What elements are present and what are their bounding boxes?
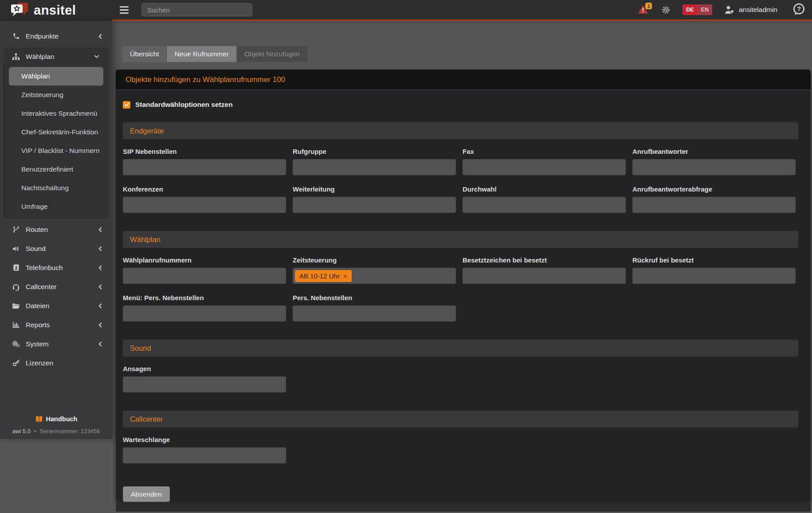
brand-logo[interactable]: ansitel bbox=[0, 0, 112, 21]
submenu-item-interaktives-sprachmenue[interactable]: Interaktives Sprachmenü bbox=[4, 104, 109, 123]
gears-icon bbox=[12, 340, 20, 348]
svg-text:?: ? bbox=[797, 5, 801, 12]
weiterleitung-input[interactable] bbox=[293, 197, 456, 213]
sitemap-icon bbox=[12, 53, 20, 61]
menue-pers-nebenstellen-input[interactable] bbox=[123, 305, 286, 321]
field-label: Durchwahl bbox=[463, 185, 626, 193]
chevron-down-icon bbox=[94, 54, 99, 59]
settings-button[interactable] bbox=[661, 5, 671, 15]
submit-button[interactable]: Absenden bbox=[123, 486, 170, 502]
sidebar-item-label: Routen bbox=[26, 226, 98, 234]
sidebar-item-endpunkte[interactable]: Endpunkte bbox=[0, 27, 112, 46]
headset-icon bbox=[12, 283, 20, 291]
version-label: awi 5.0 bbox=[12, 428, 31, 435]
tab-neue-rufnummer[interactable]: Neue Rufnummer bbox=[167, 46, 236, 62]
sidebar-item-label: Telefonbuch bbox=[26, 264, 98, 272]
address-book-icon bbox=[12, 264, 20, 272]
search-input[interactable] bbox=[141, 3, 252, 16]
ansitel-logo-icon bbox=[11, 2, 30, 18]
section-callcenter: Callcenter bbox=[123, 411, 798, 427]
serial-number: Seriennummer: 123456 bbox=[39, 428, 100, 435]
sidebar-item-label: Dateien bbox=[26, 302, 98, 310]
tab-bar: Übersicht Neue Rufnummer Objekt hinzufüg… bbox=[122, 46, 812, 62]
panel-body: Standardwähloptionen setzen Endgeräte SI… bbox=[116, 90, 811, 502]
alerts-button[interactable]: 1 bbox=[638, 4, 649, 15]
language-switch: DE EN bbox=[683, 4, 712, 15]
zeitsteuerung-select[interactable]: AB 10-12 Uhr × bbox=[293, 268, 456, 284]
chevron-left-icon bbox=[98, 227, 103, 232]
submenu-item-umfrage[interactable]: Umfrage bbox=[4, 197, 109, 216]
konferenzen-input[interactable] bbox=[123, 197, 286, 213]
lang-en-button[interactable]: EN bbox=[698, 4, 712, 15]
anrufbeantworter-input[interactable] bbox=[632, 159, 796, 175]
user-menu[interactable]: ansiteladmin bbox=[724, 5, 777, 15]
field-label: Anrufbeantworterabfrage bbox=[632, 185, 796, 193]
main-column: 1 DE EN bbox=[112, 0, 812, 513]
chevron-left-icon bbox=[98, 265, 103, 270]
sidebar-group-waehlplan: Wählplan Wählplan Zeitsteuerung Interakt… bbox=[4, 47, 109, 219]
sidebar-item-waehlplan[interactable]: Wählplan bbox=[4, 47, 109, 66]
zeitsteuerung-tag: AB 10-12 Uhr × bbox=[295, 270, 352, 282]
warteschlange-input[interactable] bbox=[123, 447, 286, 463]
besetztzeichen-input[interactable] bbox=[463, 268, 626, 284]
tab-objekt-hinzufuegen: Objekt hinzufügen bbox=[237, 46, 307, 62]
tag-remove-icon[interactable]: × bbox=[343, 272, 347, 280]
field-label: Ansagen bbox=[123, 365, 286, 372]
sidebar-item-reports[interactable]: Reports bbox=[0, 315, 112, 334]
submenu-item-zeitsteuerung[interactable]: Zeitsteuerung bbox=[4, 86, 109, 104]
field-label: Zeitsteuerung bbox=[293, 256, 456, 264]
sidebar-item-lizenzen[interactable]: Lizenzen bbox=[0, 353, 112, 372]
sidebar-item-dateien[interactable]: Dateien bbox=[0, 296, 112, 315]
topbar: 1 DE EN bbox=[112, 0, 812, 21]
submenu-item-waehlplan[interactable]: Wählplan bbox=[9, 67, 103, 86]
sidebar-item-callcenter[interactable]: Callcenter bbox=[0, 277, 112, 296]
help-button[interactable]: ? bbox=[792, 2, 806, 18]
panel-title: Objekte hinzufügen zu Wählplanrufnummer … bbox=[116, 70, 811, 90]
field-label: Fax bbox=[463, 148, 626, 155]
chevron-left-icon bbox=[98, 322, 103, 328]
default-options-row: Standardwähloptionen setzen bbox=[123, 101, 798, 109]
submenu-item-vip-blacklist[interactable]: VIP / Blacklist - Nummern bbox=[4, 141, 109, 160]
submenu-item-chef-sekretaerin[interactable]: Chef-Sekretärin-Funktion bbox=[4, 123, 109, 141]
submenu-item-benutzerdefiniert[interactable]: Benutzerdefiniert bbox=[4, 160, 109, 179]
sidebar-item-telefonbuch[interactable]: Telefonbuch bbox=[0, 258, 112, 277]
folder-open-icon bbox=[12, 302, 20, 310]
sidebar-item-sound[interactable]: Sound bbox=[0, 239, 112, 258]
sidebar-item-label: Lizenzen bbox=[26, 359, 103, 367]
sidebar-item-label: Callcenter bbox=[26, 283, 98, 291]
fax-input[interactable] bbox=[463, 159, 626, 175]
default-options-checkbox[interactable] bbox=[123, 101, 130, 109]
endgeraete-grid: SIP Nebenstellen Rufgruppe Fax Anrufbean… bbox=[123, 148, 798, 213]
waehlplan-submenu: Wählplan Zeitsteuerung Interaktives Spra… bbox=[4, 66, 109, 219]
user-shield-icon bbox=[724, 5, 735, 15]
ansagen-input[interactable] bbox=[123, 376, 286, 392]
sidebar-item-system[interactable]: System bbox=[0, 334, 112, 353]
lang-de-button[interactable]: DE bbox=[683, 4, 697, 15]
book-icon bbox=[35, 415, 43, 423]
chevron-left-icon bbox=[98, 341, 103, 347]
app-root: ansitel Endpunkte bbox=[0, 0, 812, 513]
field-label: Warteschlange bbox=[123, 436, 286, 443]
durchwahl-input[interactable] bbox=[463, 197, 626, 213]
waehlplanrufnummern-input[interactable] bbox=[123, 268, 286, 284]
anrufbeantworterabfrage-input[interactable] bbox=[632, 197, 796, 213]
sound-grid: Ansagen bbox=[123, 365, 798, 392]
field-label: Anrufbeantworter bbox=[632, 148, 796, 155]
sidebar-item-routen[interactable]: Routen bbox=[0, 220, 112, 239]
code-branch-icon bbox=[12, 226, 20, 234]
section-sound: Sound bbox=[123, 340, 798, 356]
field-label: Pers. Nebenstellen bbox=[293, 294, 456, 302]
submenu-item-nachtschaltung[interactable]: Nachtschaltung bbox=[4, 179, 109, 197]
check-icon bbox=[124, 102, 129, 107]
tag-label: AB 10-12 Uhr bbox=[299, 272, 340, 280]
pers-nebenstellen-input[interactable] bbox=[293, 305, 456, 321]
sip-nebenstellen-input[interactable] bbox=[123, 159, 286, 175]
handbook-link[interactable]: Handbuch bbox=[35, 415, 78, 423]
handbook-label: Handbuch bbox=[46, 415, 78, 423]
rueckruf-input[interactable] bbox=[632, 268, 796, 284]
menu-toggle-icon[interactable] bbox=[120, 6, 129, 14]
content-area: Übersicht Neue Rufnummer Objekt hinzufüg… bbox=[112, 21, 812, 513]
tab-uebersicht[interactable]: Übersicht bbox=[122, 46, 167, 62]
sidebar-nav: Endpunkte Wählplan bbox=[0, 21, 112, 439]
rufgruppe-input[interactable] bbox=[293, 159, 456, 175]
